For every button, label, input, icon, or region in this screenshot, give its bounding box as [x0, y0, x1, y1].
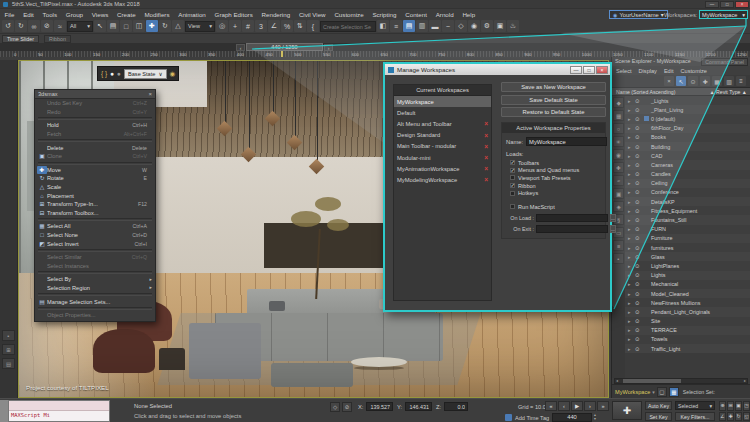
side-strip-button[interactable]: ⊞	[2, 344, 15, 355]
scene-row[interactable]: ▸ ⊙ 0 (default)	[625, 114, 750, 123]
isolate-button[interactable]: ▢	[657, 387, 667, 397]
scene-row[interactable]: ▸ ⊙ TERRACE	[625, 326, 750, 335]
frame-spinner[interactable]: ▴ ▾	[594, 413, 596, 422]
zoom-icon[interactable]: ⊕	[719, 401, 726, 411]
expand-arrow-icon[interactable]: ▸	[628, 162, 635, 168]
orbit-icon[interactable]: ↻	[735, 412, 742, 422]
selection-region-icon[interactable]: □	[120, 20, 132, 32]
selection-lock-toggle[interactable]: ⊘	[342, 402, 352, 412]
spacewarps-icon[interactable]: ≈	[613, 175, 624, 186]
quad-menu-item[interactable]	[38, 293, 152, 296]
add-time-tag[interactable]: Add Time Tag	[515, 415, 549, 421]
menu-item[interactable]: Create	[113, 11, 140, 18]
visibility-eye-icon[interactable]: ⊙	[635, 116, 644, 122]
menu-item[interactable]: Animation	[174, 11, 210, 18]
delete-workspace-icon[interactable]: ×	[484, 165, 488, 172]
scene-row[interactable]: ▸ ⊙ FURN	[625, 225, 750, 234]
window-crossing-icon[interactable]: ◫	[133, 20, 145, 32]
layer-manager-icon[interactable]: ≡	[390, 20, 402, 32]
cameras-icon[interactable]: ◉	[613, 149, 624, 160]
fov-icon[interactable]: ∠	[719, 412, 726, 422]
visibility-eye-icon[interactable]: ⊙	[635, 199, 644, 205]
quad-menu-item[interactable]: ⌂ Placement	[35, 191, 155, 200]
previous-frame-button[interactable]: ‹	[558, 401, 570, 411]
select-link-icon[interactable]: ∞	[28, 20, 40, 32]
quad-menu-item[interactable]: ↻ Rotate E	[35, 174, 155, 183]
expand-arrow-icon[interactable]: ▸	[628, 336, 635, 342]
edit-named-selections-icon[interactable]: {	[307, 20, 319, 32]
visibility-eye-icon[interactable]: ⊙	[635, 144, 644, 150]
snapshot-icon[interactable]: ●	[110, 70, 114, 77]
browse-button[interactable]: ...	[610, 225, 616, 233]
type-column-header[interactable]: ▲ Revit Type ▲	[709, 89, 747, 95]
play-button[interactable]: ▶	[571, 401, 583, 411]
workspace-list-item[interactable]: Design Standard ×	[394, 130, 491, 141]
menu-item[interactable]: Arnold	[431, 11, 458, 18]
selection-filter-dropdown[interactable]: All ▾	[67, 21, 93, 32]
display-all-icon[interactable]: ◆	[613, 97, 624, 108]
scene-explorer-menu-item[interactable]: Display	[639, 68, 657, 74]
expand-arrow-icon[interactable]: ▸	[628, 291, 635, 297]
visibility-eye-icon[interactable]: ⊙	[635, 291, 644, 297]
expand-arrow-icon[interactable]: ▸	[628, 263, 635, 269]
on-load-input[interactable]	[536, 214, 608, 222]
snapshot-icon[interactable]: ●	[117, 70, 121, 77]
tab-ribbon[interactable]: Ribbon	[44, 35, 71, 43]
expand-arrow-icon[interactable]: ▸	[628, 245, 635, 251]
expand-arrow-icon[interactable]: ▸	[628, 318, 635, 324]
maxscript-macro-line[interactable]	[9, 401, 109, 411]
workspace-list-item[interactable]: MyModelingWorkspace ×	[394, 174, 491, 185]
workspace-list-item[interactable]: Main Toolbar - modular ×	[394, 141, 491, 152]
quad-menu-item[interactable]: Object Properties...	[35, 311, 155, 320]
side-strip-button[interactable]: ▤	[2, 358, 15, 369]
menu-item[interactable]: Group	[61, 11, 87, 18]
visibility-eye-icon[interactable]: ⊙	[635, 327, 644, 333]
x-coordinate-field[interactable]	[366, 402, 393, 411]
visibility-eye-icon[interactable]: ⊙	[635, 336, 644, 342]
scene-row[interactable]: ▸ ⊙ Lights	[625, 271, 750, 280]
maxscript-mini-listener[interactable]: MAXScript Mi	[0, 400, 110, 422]
menu-item[interactable]: Views	[87, 11, 112, 18]
name-column-header[interactable]: Name (Sorted Ascending)	[616, 89, 675, 95]
selection-set-dropdown[interactable]: Selected ▾	[675, 401, 715, 410]
close-icon[interactable]: ×	[148, 91, 152, 97]
zoom-extents-all-icon[interactable]: ◳	[743, 401, 750, 411]
workspace-selector[interactable]: MyWorkspace	[615, 389, 650, 395]
rendered-frame-icon[interactable]: ▣	[494, 20, 506, 32]
scene-row[interactable]: ▸ ⊙ Ceiling	[625, 179, 750, 188]
maximize-button[interactable]: □	[583, 66, 595, 74]
set-keys-button[interactable]: ✚	[612, 401, 642, 420]
lock-icon[interactable]: ⊙	[688, 76, 698, 86]
select-manipulate-icon[interactable]: +	[229, 20, 241, 32]
properties-icon[interactable]: ▦	[712, 76, 722, 86]
next-frame-button[interactable]: ›	[584, 401, 596, 411]
scene-row[interactable]: ▸ ⊙ DetailsKP	[625, 197, 750, 206]
scale-icon[interactable]: △	[172, 20, 184, 32]
groups-icon[interactable]: ▣	[613, 188, 624, 199]
visibility-eye-icon[interactable]: ⊙	[635, 98, 644, 104]
quad-menu-item[interactable]	[38, 162, 152, 165]
scene-explorer-menu-item[interactable]: Edit	[664, 68, 674, 74]
window-titlebar[interactable]: 5thS.Vect_TiltPixel.max - Autodesk 3ds M…	[0, 0, 750, 9]
scene-row[interactable]: ▸ ⊙ Towels	[625, 335, 750, 344]
minimize-button[interactable]: —	[705, 1, 719, 8]
delete-icon[interactable]: ×	[664, 76, 674, 86]
dialog-button[interactable]: Save as New Workspace	[501, 82, 606, 92]
visibility-eye-icon[interactable]: ⊙	[635, 281, 644, 287]
scene-explorer-menu-item[interactable]: Customize	[681, 68, 707, 74]
scene-row[interactable]: ▸ ⊙ _Lights	[625, 96, 750, 105]
menu-item[interactable]: Rendering	[257, 11, 294, 18]
zoom-all-icon[interactable]: ⊞	[727, 401, 734, 411]
helpers-icon[interactable]: ✚	[613, 162, 624, 173]
y-coordinate-field[interactable]	[405, 402, 432, 411]
scene-row[interactable]: ▸ ⊙ LightPlanes	[625, 261, 750, 270]
checkbox[interactable]	[510, 168, 515, 173]
expand-arrow-icon[interactable]: ▸	[628, 254, 635, 260]
xref-icon[interactable]: ◈	[613, 201, 624, 212]
quad-menu-item[interactable]: ▦ Select All Ctrl+A	[35, 222, 155, 231]
scene-row[interactable]: ▸ ⊙ Conference	[625, 188, 750, 197]
expand-arrow-icon[interactable]: ▸	[628, 272, 635, 278]
add-icon[interactable]: ✚	[700, 76, 710, 86]
quad-menu-item[interactable]: Delete Delete	[35, 143, 155, 152]
checkbox[interactable]	[510, 175, 515, 180]
